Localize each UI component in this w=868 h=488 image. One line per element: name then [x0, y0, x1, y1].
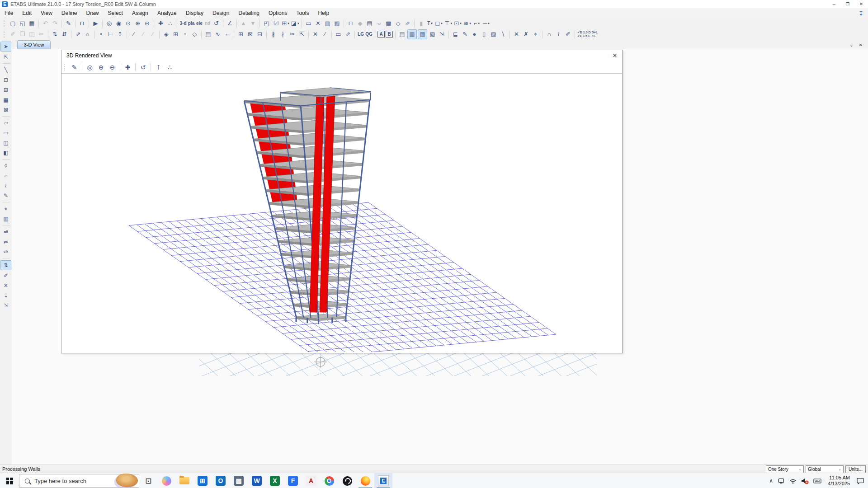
draw-wall-stack-tool[interactable]: ≀	[1, 181, 11, 190]
background-image-icon[interactable]: ▩	[384, 19, 393, 28]
merge-points-icon[interactable]: ⇅	[51, 30, 59, 39]
extent-tool[interactable]: ⇲	[1, 301, 11, 310]
section-designer-icon[interactable]: ⊑	[451, 30, 460, 39]
zoom-in-icon[interactable]: ⊕	[133, 19, 142, 28]
touch-keyboard-icon[interactable]	[813, 477, 821, 484]
quick-draw-braces-tool[interactable]: ⊠	[1, 105, 11, 114]
wifi-icon[interactable]	[789, 477, 797, 484]
menu-options[interactable]: Options	[264, 10, 292, 16]
draw-floor-tool[interactable]: ▱	[1, 118, 11, 127]
cast-icon[interactable]	[778, 477, 785, 484]
reshape-tool[interactable]: ⇱	[1, 52, 11, 61]
copilot-button[interactable]	[157, 473, 175, 488]
deck-section-icon[interactable]: ◇	[394, 19, 402, 28]
merge-edges-icon[interactable]: ∦	[269, 30, 278, 39]
show-tables-icon[interactable]: ▤	[204, 30, 212, 39]
autocad-button[interactable]: A	[302, 473, 320, 488]
frame-text-dropdown[interactable]: T▾	[426, 19, 434, 28]
mesh-areas-icon[interactable]: ▭	[334, 30, 343, 39]
tab-3d-view[interactable]: 3-D View	[17, 40, 51, 49]
view-3d-button[interactable]: 3-d	[179, 19, 187, 28]
maximize-button[interactable]: ❐	[841, 0, 854, 8]
loads-icon[interactable]: ◆	[356, 19, 364, 28]
divide-frames-icon[interactable]: ∤	[278, 30, 287, 39]
obs-button[interactable]	[338, 473, 356, 488]
down-one-story-icon[interactable]: ▼	[249, 19, 257, 28]
replicate-icon[interactable]: ⌂	[83, 30, 92, 39]
model-display-icon[interactable]: ▤	[398, 30, 406, 39]
draw-floor-icon[interactable]: ◈	[162, 30, 170, 39]
zoom-out-icon[interactable]: ⊖	[108, 63, 117, 72]
menu-draw[interactable]: Draw	[82, 10, 104, 16]
start-button[interactable]	[0, 473, 19, 488]
down-story-tool[interactable]: ⇣	[1, 291, 11, 300]
spline-icon[interactable]: ≀	[554, 30, 563, 39]
edit-grid-icon[interactable]: ⊟	[255, 30, 264, 39]
grid-options-icon[interactable]: ▤	[365, 19, 374, 28]
redo-icon[interactable]: ↷	[51, 19, 59, 28]
set-limits-icon[interactable]: ⊺	[154, 63, 163, 72]
tab-close-icon[interactable]: ✕	[859, 42, 863, 47]
quick-draw-beams-tool[interactable]: ▦	[1, 95, 11, 104]
menu-tools[interactable]: Tools	[292, 10, 313, 16]
menu-detailing[interactable]: Detailing	[234, 10, 264, 16]
hatch-display-icon[interactable]: ▨	[489, 30, 498, 39]
object-shrink-icon[interactable]: ▨	[333, 19, 341, 28]
quick-draw-floor-tool[interactable]: ◫	[1, 138, 11, 147]
zoom-in-icon[interactable]: ⊕	[97, 63, 105, 72]
microsoft-store-button[interactable]: ⊞	[193, 473, 212, 488]
angle-dropdown[interactable]: ⌐▾	[472, 19, 481, 28]
draw-wall-tool[interactable]: ◧	[1, 148, 11, 157]
open-model-icon[interactable]: ◱	[18, 19, 27, 28]
task-view-button[interactable]: ⊡	[139, 473, 157, 488]
download-icon[interactable]: ↧	[859, 10, 863, 17]
object-options-dropdown[interactable]: ⊞▾	[281, 19, 290, 28]
draw-frame-tool[interactable]: ⊡	[1, 75, 11, 84]
chrome-button[interactable]	[320, 473, 338, 488]
save-model-icon[interactable]: ▦	[28, 19, 36, 28]
coin-display-icon[interactable]: ●	[470, 30, 479, 39]
view-settings-dropdown[interactable]: ◪▾	[291, 19, 299, 28]
menu-view[interactable]: View	[36, 10, 57, 16]
section-cut-icon[interactable]: ▮	[417, 19, 425, 28]
extruded-view-icon[interactable]: ▥	[323, 19, 332, 28]
move-icon[interactable]: ⇗	[74, 30, 82, 39]
pan-icon[interactable]: ✚	[123, 63, 132, 72]
axes-icon[interactable]: ✕	[314, 19, 322, 28]
volume-muted-icon[interactable]	[801, 477, 809, 484]
menu-assign[interactable]: Assign	[127, 10, 153, 16]
draw-brace-icon[interactable]: ∕	[139, 30, 147, 39]
menu-define[interactable]: Define	[57, 10, 82, 16]
notification-center-icon[interactable]	[856, 477, 864, 484]
rotate-view-icon[interactable]: ↺	[139, 63, 147, 72]
print-icon[interactable]: ✎	[64, 19, 73, 28]
render-window-close-icon[interactable]: ✕	[613, 52, 617, 59]
rubber-band-zoom-icon[interactable]: ◎	[85, 63, 94, 72]
draw-dimension-tool[interactable]: ✎	[1, 191, 11, 200]
story-selector[interactable]: One Story⌄	[766, 465, 804, 473]
load-combo-toggle[interactable]: D+L+E	[592, 30, 600, 39]
rotate-3d-view-icon[interactable]: ↺	[212, 19, 221, 28]
draw-rect-floor-tool[interactable]: ▭	[1, 128, 11, 137]
select-all-tool[interactable]: all	[1, 227, 11, 236]
boxed-text-dropdown[interactable]: ⊡▾	[453, 19, 462, 28]
previous-selection-tool[interactable]: ps	[1, 237, 11, 246]
add-grid-icon[interactable]: ⊞	[236, 30, 245, 39]
annotate-icon[interactable]: ✐	[564, 30, 572, 39]
draw-ref-point-tool[interactable]: ⌖	[1, 204, 11, 213]
offset-icon[interactable]: ∕	[321, 30, 329, 39]
units-button[interactable]: Units...	[845, 465, 866, 473]
resize-view-icon[interactable]: ⇗	[403, 19, 412, 28]
cut-icon[interactable]: ✂	[37, 30, 46, 39]
walkthrough-icon[interactable]: ∴	[165, 63, 174, 72]
draw-ref-plane-tool[interactable]: ▥	[1, 214, 11, 223]
function-plot-icon[interactable]: ∿	[213, 30, 222, 39]
extend-icon[interactable]: ⇱	[297, 30, 306, 39]
minimize-button[interactable]: ─	[827, 0, 841, 8]
perspective-toggle-icon[interactable]: ∴	[166, 19, 175, 28]
menu-analyze[interactable]: Analyze	[153, 10, 181, 16]
tee-section-dropdown[interactable]: ⊤▾	[444, 19, 453, 28]
draw-joint-icon[interactable]: •	[97, 30, 105, 39]
coord-system-selector[interactable]: Global⌄	[806, 465, 844, 473]
hatch-dropdown[interactable]: ≋▾	[463, 19, 472, 28]
